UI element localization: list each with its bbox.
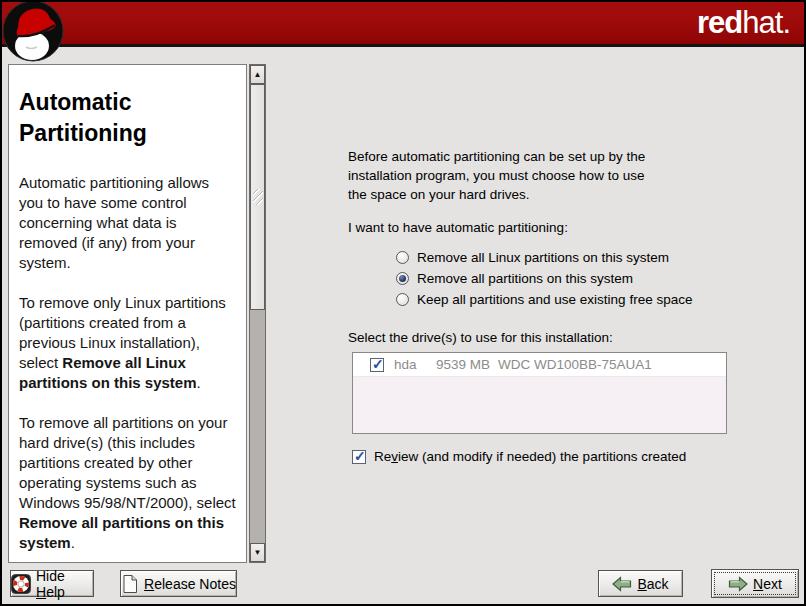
header-bar: redhat. — [0, 0, 806, 47]
radio-label: Remove all partitions on this system — [417, 271, 633, 286]
redhat-shadowman-logo-icon — [2, 0, 64, 62]
drive-select-label: Select the drive(s) to use for this inst… — [348, 330, 613, 345]
drive-device: hda — [394, 357, 436, 372]
radio-remove-linux-partitions[interactable]: Remove all Linux partitions on this syst… — [396, 247, 692, 268]
help-text: . — [71, 534, 75, 551]
review-checkbox[interactable] — [352, 450, 366, 464]
help-paragraph: Automatic partitioning allows you to hav… — [19, 173, 236, 273]
drive-list[interactable]: hda 9539 MB WDC WD100BB-75AUA1 — [352, 352, 727, 434]
next-button[interactable]: Next — [711, 569, 799, 598]
radio-icon[interactable] — [396, 251, 409, 264]
radio-remove-all-partitions[interactable]: Remove all partitions on this system — [396, 268, 692, 289]
next-label: Next — [753, 576, 782, 592]
review-label: Review (and modify if needed) the partit… — [374, 449, 686, 464]
radio-keep-all-partitions[interactable]: Keep all partitions and use existing fre… — [396, 289, 692, 310]
back-arrow-icon — [612, 576, 632, 592]
help-text: Automatic partitioning allows you to hav… — [19, 174, 209, 271]
intro-text: Before automatic partitioning can be set… — [348, 147, 645, 204]
scrollbar-thumb[interactable] — [250, 84, 265, 310]
radio-label: Remove all Linux partitions on this syst… — [417, 250, 669, 265]
brand-rest: hat. — [742, 5, 790, 40]
review-label-mnemonic: v — [391, 449, 398, 464]
review-label-pre: Re — [374, 449, 391, 464]
drive-size: 9539 MB — [436, 357, 496, 372]
help-text-bold: Remove all partitions on this system — [19, 514, 224, 551]
hide-help-label: Hide Help — [36, 568, 93, 600]
intro-line: Before automatic partitioning can be set… — [348, 147, 645, 166]
help-panel: Automatic Partitioning Automatic partiti… — [8, 64, 247, 563]
review-label-post: iew (and modify if needed) the partition… — [398, 449, 686, 464]
redhat-wordmark: redhat. — [697, 5, 790, 41]
hide-help-button[interactable]: Hide Help — [10, 570, 94, 597]
help-paragraph: To remove only Linux partitions (partiti… — [19, 293, 236, 393]
drive-row-hda[interactable]: hda 9539 MB WDC WD100BB-75AUA1 — [353, 353, 726, 377]
help-scrollbar[interactable]: ▲ ▼ — [249, 64, 266, 563]
intro-line: the space on your hard drives. — [348, 185, 645, 204]
radio-icon[interactable] — [396, 272, 409, 285]
intro-line: installation program, you must choose ho… — [348, 166, 645, 185]
review-partitions-option[interactable]: Review (and modify if needed) the partit… — [352, 449, 686, 464]
partitioning-radio-group: Remove all Linux partitions on this syst… — [396, 247, 692, 310]
help-text: To remove all partitions on your hard dr… — [19, 414, 236, 511]
drive-checkbox[interactable] — [370, 358, 384, 372]
help-text: . — [197, 374, 201, 391]
life-preserver-icon — [11, 574, 31, 594]
help-title: Automatic Partitioning — [19, 87, 236, 149]
help-paragraph: To remove all partitions on your hard dr… — [19, 413, 236, 553]
radio-icon[interactable] — [396, 293, 409, 306]
next-arrow-icon — [728, 576, 748, 592]
partitioning-prompt: I want to have automatic partitioning: — [348, 220, 568, 235]
brand-bold: red — [697, 5, 742, 40]
scroll-up-icon[interactable]: ▲ — [250, 65, 265, 84]
scroll-down-icon[interactable]: ▼ — [250, 543, 265, 562]
radio-label: Keep all partitions and use existing fre… — [417, 292, 692, 307]
document-icon — [121, 574, 139, 594]
release-notes-button[interactable]: Release Notes — [120, 570, 237, 597]
back-button[interactable]: Back — [598, 570, 683, 597]
drive-model: WDC WD100BB-75AUA1 — [498, 357, 652, 372]
scrollbar-grip-icon — [253, 189, 263, 205]
installer-window: redhat. Automatic Partitioning Automatic… — [0, 0, 806, 606]
release-notes-label: Release Notes — [144, 576, 236, 592]
back-label: Back — [637, 576, 668, 592]
